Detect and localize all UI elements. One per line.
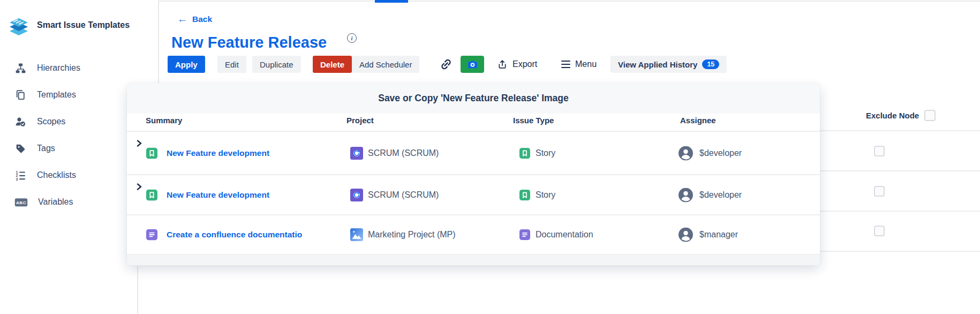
sidebar-nav: Hierarchies Templates bbox=[0, 55, 137, 215]
save-image-modal: Save or Copy 'New Feature Release' Image… bbox=[127, 83, 820, 264]
column-header-project: Project bbox=[346, 116, 374, 125]
app-title: Smart Issue Templates bbox=[37, 20, 130, 30]
exclude-node-checkbox[interactable] bbox=[874, 186, 885, 197]
svg-text:3: 3 bbox=[16, 177, 18, 181]
assignee-name: $manager bbox=[699, 230, 738, 240]
assignee-name: $developer bbox=[699, 148, 742, 158]
table-row: Create a confluence documentatio Marketi… bbox=[127, 215, 820, 254]
sidebar-item-tags[interactable]: Tags bbox=[0, 135, 137, 162]
sidebar-bottom-divider bbox=[137, 266, 138, 314]
view-applied-history-button[interactable]: View Applied History 15 bbox=[610, 56, 727, 73]
issue-type-name: Documentation bbox=[536, 230, 593, 240]
story-icon bbox=[519, 190, 530, 200]
scrum-project-icon bbox=[350, 189, 363, 201]
issue-type-name: Story bbox=[536, 148, 555, 158]
table-row: New Feature development SCRUM (SCRUM) St… bbox=[127, 175, 820, 215]
variables-abc-icon: ABC bbox=[14, 196, 28, 208]
project-name: SCRUM (SCRUM) bbox=[368, 190, 439, 200]
modal-title: Save or Copy 'New Feature Release' Image bbox=[378, 93, 569, 104]
exclude-node-checkbox[interactable] bbox=[874, 146, 885, 156]
menu-button[interactable]: Menu bbox=[558, 56, 600, 73]
hamburger-icon bbox=[561, 61, 570, 69]
table-row: New Feature development SCRUM (SCRUM) St… bbox=[127, 132, 820, 175]
back-arrow-icon: ← bbox=[177, 14, 187, 24]
export-icon bbox=[497, 59, 508, 70]
marketing-project-icon bbox=[350, 228, 363, 241]
export-label: Export bbox=[512, 59, 537, 69]
sidebar-item-templates[interactable]: Templates bbox=[0, 81, 137, 108]
content-left-divider bbox=[158, 1, 159, 83]
add-scheduler-button[interactable]: Add Scheduler bbox=[352, 56, 419, 73]
column-header-summary: Summary bbox=[146, 116, 182, 125]
modal-header: Save or Copy 'New Feature Release' Image bbox=[127, 83, 820, 114]
page-title: New Feature Release bbox=[171, 34, 327, 51]
back-link[interactable]: ← Back bbox=[177, 14, 212, 24]
person-avatar-icon bbox=[679, 188, 693, 202]
story-icon bbox=[519, 148, 530, 159]
view-applied-history-label: View Applied History bbox=[618, 60, 697, 69]
table-header-row: Summary Project Issue Type Assignee bbox=[127, 114, 820, 132]
edit-button[interactable]: Edit bbox=[217, 56, 246, 73]
project-name: SCRUM (SCRUM) bbox=[368, 148, 439, 158]
summary-link[interactable]: New Feature development bbox=[167, 148, 269, 158]
column-header-issue-type: Issue Type bbox=[513, 116, 554, 125]
person-avatar-icon bbox=[679, 228, 693, 242]
history-count-badge: 15 bbox=[702, 59, 719, 70]
project-name: Marketing Project (MP) bbox=[368, 230, 456, 240]
camera-icon bbox=[466, 59, 479, 70]
column-header-assignee: Assignee bbox=[680, 116, 716, 125]
assignee-name: $developer bbox=[699, 190, 742, 200]
scopes-icon bbox=[14, 116, 27, 128]
story-icon bbox=[146, 189, 157, 200]
sidebar-item-label: Variables bbox=[38, 197, 73, 207]
info-icon[interactable]: i bbox=[347, 33, 357, 43]
sidebar-item-label: Scopes bbox=[37, 117, 65, 126]
sidebar-item-checklists[interactable]: 1 2 3 Checklists bbox=[0, 162, 137, 189]
person-avatar-icon bbox=[679, 146, 693, 160]
sidebar-item-label: Checklists bbox=[37, 170, 76, 180]
app-logo-icon bbox=[6, 13, 31, 38]
checklist-icon: 1 2 3 bbox=[14, 169, 27, 182]
sidebar-item-scopes[interactable]: Scopes bbox=[0, 108, 137, 135]
modal-footer bbox=[127, 254, 820, 265]
documentation-icon bbox=[519, 229, 530, 240]
sidebar-item-variables[interactable]: ABC Variables bbox=[0, 189, 137, 215]
exclude-node-header: Exclude Node bbox=[866, 110, 936, 121]
apply-button[interactable]: Apply bbox=[168, 56, 205, 73]
sidebar-item-label: Tags bbox=[37, 144, 55, 153]
sidebar-item-label: Hierarchies bbox=[37, 63, 80, 73]
save-image-button[interactable] bbox=[461, 56, 484, 73]
sidebar-item-hierarchies[interactable]: Hierarchies bbox=[0, 55, 137, 81]
duplicate-button[interactable]: Duplicate bbox=[252, 56, 301, 73]
issue-type-name: Story bbox=[536, 190, 555, 200]
sidebar-item-label: Templates bbox=[37, 90, 76, 100]
sidebar: Smart Issue Templates Hierarchies bbox=[0, 0, 137, 314]
exclude-node-all-checkbox[interactable] bbox=[924, 110, 936, 121]
menu-label: Menu bbox=[575, 59, 597, 69]
story-icon bbox=[146, 147, 157, 159]
link-icon[interactable] bbox=[439, 57, 453, 71]
hierarchy-icon bbox=[14, 62, 27, 74]
documentation-icon bbox=[146, 229, 157, 241]
svg-text:ABC: ABC bbox=[16, 200, 26, 205]
tag-icon bbox=[14, 143, 27, 155]
templates-icon bbox=[14, 89, 27, 101]
exclude-node-label: Exclude Node bbox=[866, 111, 919, 120]
summary-link[interactable]: Create a confluence documentatio bbox=[167, 230, 302, 240]
app-window: Smart Issue Templates Hierarchies bbox=[0, 0, 980, 314]
exclude-node-checkbox[interactable] bbox=[874, 226, 885, 236]
summary-link[interactable]: New Feature development bbox=[167, 190, 269, 200]
expand-chevron-icon[interactable] bbox=[137, 140, 142, 147]
scrum-project-icon bbox=[350, 147, 363, 160]
top-blue-indicator bbox=[375, 0, 408, 3]
app-brand: Smart Issue Templates bbox=[6, 13, 130, 38]
top-border-line bbox=[158, 1, 980, 2]
expand-chevron-icon[interactable] bbox=[137, 183, 142, 190]
back-label: Back bbox=[192, 14, 212, 24]
delete-button[interactable]: Delete bbox=[313, 56, 352, 73]
export-button[interactable]: Export bbox=[494, 56, 540, 73]
